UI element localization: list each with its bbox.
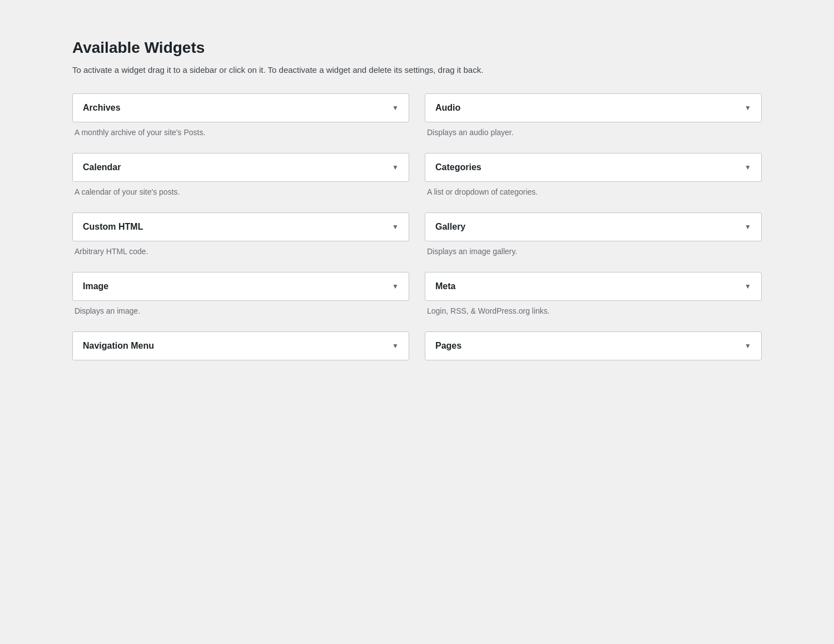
chevron-down-icon-gallery: ▼ <box>744 224 751 230</box>
widget-item-navigation-menu: Navigation Menu▼ <box>72 331 409 375</box>
chevron-down-icon-audio: ▼ <box>744 105 751 111</box>
widget-box-custom-html[interactable]: Custom HTML▼ <box>72 212 409 241</box>
widget-box-meta[interactable]: Meta▼ <box>425 272 762 301</box>
widget-box-gallery[interactable]: Gallery▼ <box>425 212 762 241</box>
widget-box-calendar[interactable]: Calendar▼ <box>72 153 409 182</box>
widgets-column-left: Archives▼A monthly archive of your site'… <box>72 93 409 379</box>
chevron-down-icon-navigation-menu: ▼ <box>392 343 399 349</box>
widget-box-archives[interactable]: Archives▼ <box>72 93 409 122</box>
widget-item-pages: Pages▼ <box>425 331 762 375</box>
page-description: To activate a widget drag it to a sideba… <box>72 63 573 77</box>
widget-box-image[interactable]: Image▼ <box>72 272 409 301</box>
widget-description-archives: A monthly archive of your site's Posts. <box>72 122 409 148</box>
widget-item-image: Image▼Displays an image. <box>72 272 409 327</box>
widget-name-categories: Categories <box>435 162 481 172</box>
widget-box-pages[interactable]: Pages▼ <box>425 331 762 360</box>
widget-box-categories[interactable]: Categories▼ <box>425 153 762 182</box>
chevron-down-icon-calendar: ▼ <box>392 164 399 171</box>
widget-item-audio: Audio▼Displays an audio player. <box>425 93 762 148</box>
widget-description-gallery: Displays an image gallery. <box>425 241 762 267</box>
widget-box-navigation-menu[interactable]: Navigation Menu▼ <box>72 331 409 360</box>
widget-name-calendar: Calendar <box>83 162 121 172</box>
widget-name-image: Image <box>83 281 108 291</box>
chevron-down-icon-custom-html: ▼ <box>392 224 399 230</box>
widget-name-archives: Archives <box>83 103 121 113</box>
widget-name-gallery: Gallery <box>435 222 465 232</box>
widget-item-custom-html: Custom HTML▼Arbitrary HTML code. <box>72 212 409 267</box>
widget-item-calendar: Calendar▼A calendar of your site's posts… <box>72 153 409 208</box>
widgets-column-right: Audio▼Displays an audio player.Categorie… <box>425 93 762 379</box>
widget-description-calendar: A calendar of your site's posts. <box>72 182 409 208</box>
widget-description-pages <box>425 360 762 375</box>
widget-name-navigation-menu: Navigation Menu <box>83 341 154 351</box>
widget-item-gallery: Gallery▼Displays an image gallery. <box>425 212 762 267</box>
chevron-down-icon-archives: ▼ <box>392 105 399 111</box>
page-title: Available Widgets <box>72 39 762 57</box>
widget-box-audio[interactable]: Audio▼ <box>425 93 762 122</box>
widget-item-categories: Categories▼A list or dropdown of categor… <box>425 153 762 208</box>
widget-description-meta: Login, RSS, & WordPress.org links. <box>425 301 762 327</box>
widget-description-custom-html: Arbitrary HTML code. <box>72 241 409 267</box>
widget-name-custom-html: Custom HTML <box>83 222 143 232</box>
widget-description-navigation-menu <box>72 360 409 375</box>
chevron-down-icon-pages: ▼ <box>744 343 751 349</box>
widget-item-archives: Archives▼A monthly archive of your site'… <box>72 93 409 148</box>
chevron-down-icon-meta: ▼ <box>744 283 751 290</box>
widget-name-meta: Meta <box>435 281 455 291</box>
page-container: Available Widgets To activate a widget d… <box>72 22 762 396</box>
widget-name-pages: Pages <box>435 341 461 351</box>
chevron-down-icon-categories: ▼ <box>744 164 751 171</box>
widgets-grid: Archives▼A monthly archive of your site'… <box>72 93 762 379</box>
widget-description-audio: Displays an audio player. <box>425 122 762 148</box>
widget-name-audio: Audio <box>435 103 460 113</box>
widget-description-categories: A list or dropdown of categories. <box>425 182 762 208</box>
chevron-down-icon-image: ▼ <box>392 283 399 290</box>
widget-item-meta: Meta▼Login, RSS, & WordPress.org links. <box>425 272 762 327</box>
widget-description-image: Displays an image. <box>72 301 409 327</box>
